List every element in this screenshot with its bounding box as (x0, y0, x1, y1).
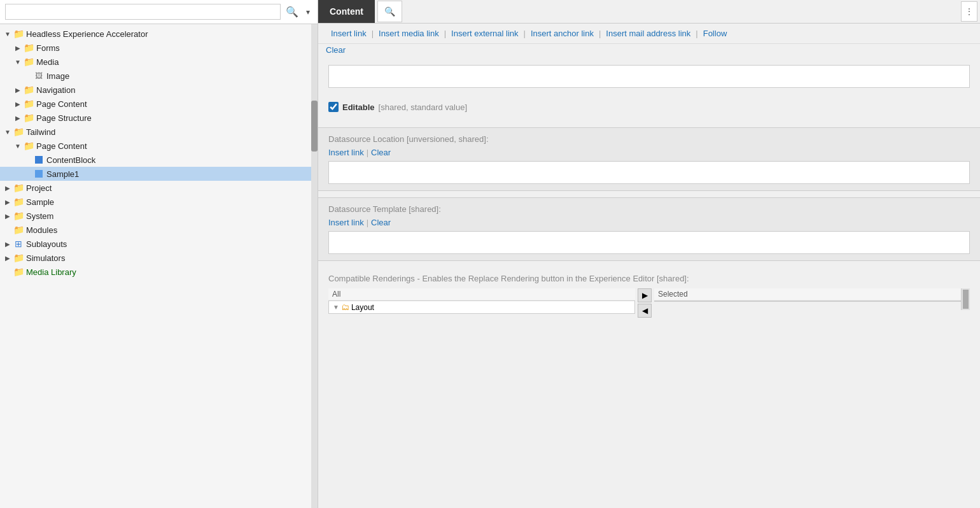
datasource-template-subtitle: [shared]: (409, 204, 441, 214)
editable-checkbox[interactable] (328, 102, 339, 112)
tree-item-media[interactable]: ▼📁Media (0, 55, 311, 69)
tree-item-simulators[interactable]: ▶📁Simulators (0, 251, 311, 265)
tree-label-medialibrary: Media Library (26, 267, 76, 277)
compat-selected-list[interactable] (654, 300, 961, 302)
tree-icon-media: 📁 (23, 57, 34, 67)
tree-item-navigation[interactable]: ▶📁Navigation (0, 83, 311, 97)
tree-toggle-pagecontent2[interactable]: ▼ (13, 143, 23, 150)
tree-toggle-sublayouts[interactable]: ▶ (3, 241, 13, 248)
clear-btn[interactable]: Clear (326, 45, 346, 55)
folder-icon-pagecontent2: 📁 (24, 141, 34, 151)
tree-toggle-navigation[interactable]: ▶ (13, 87, 23, 94)
compat-scrollbar[interactable] (961, 288, 970, 310)
tree-toggle-pagecontent1[interactable]: ▶ (13, 101, 23, 108)
tree-item-tailwind[interactable]: ▼📁Tailwind (0, 125, 311, 139)
tree-label-hxa: Headless Experience Accelerator (26, 29, 148, 39)
follow-btn[interactable]: Follow (698, 27, 732, 39)
tree-toggle-media[interactable]: ▼ (13, 59, 23, 66)
tree-icon-sample1 (33, 169, 45, 179)
insert-anchor-link-btn[interactable]: Insert anchor link (526, 27, 599, 39)
tree-item-pagestructure[interactable]: ▶📁Page Structure (0, 111, 311, 125)
tree-item-pagecontent1[interactable]: ▶📁Page Content (0, 97, 311, 111)
insert-external-link-btn[interactable]: Insert external link (446, 27, 524, 39)
tree-label-sample: Sample (26, 197, 54, 207)
ds-location-clear[interactable]: Clear (371, 148, 391, 157)
tree-label-navigation: Navigation (36, 85, 75, 95)
insert-media-link-btn[interactable]: Insert media link (374, 27, 444, 39)
search-input[interactable] (5, 4, 281, 20)
tree-item-hxa[interactable]: ▼📁Headless Experience Accelerator (0, 27, 311, 41)
right-panel: Content 🔍 ⋮ Insert link | Insert media l… (318, 0, 980, 508)
tab-content[interactable]: Content (318, 0, 375, 23)
compatible-renderings-section: Compatible Renderings - Enables the Repl… (318, 267, 980, 324)
tree-item-medialibrary[interactable]: 📁Media Library (0, 265, 311, 279)
tree-item-sample1[interactable]: Sample1 (0, 167, 311, 181)
datasource-template-title: Datasource Template [shared]: (328, 204, 970, 214)
insert-link-btn[interactable]: Insert link (326, 27, 372, 39)
tree-label-pagestructure: Page Structure (36, 113, 92, 123)
tree-item-contentblock[interactable]: ContentBlock (0, 153, 311, 167)
tree-icon-tailwind: 📁 (13, 127, 24, 137)
ds-location-insert-link[interactable]: Insert link (328, 148, 364, 157)
tree-toggle-simulators[interactable]: ▶ (3, 255, 13, 262)
tree-icon-navigation: 📁 (23, 85, 34, 95)
tree-icon-contentblock (33, 155, 45, 165)
dropdown-button[interactable]: ▾ (304, 6, 312, 18)
scrollbar-thumb (311, 101, 318, 152)
datasource-template-input[interactable] (328, 231, 970, 254)
ds-sep1: | (367, 148, 368, 157)
tree-item-sample[interactable]: ▶📁Sample (0, 195, 311, 209)
compat-layout-item[interactable]: ▼ 🗂 Layout (329, 301, 634, 313)
tree-icon-sample: 📁 (13, 197, 24, 207)
tree-icon-system: 📁 (13, 211, 24, 221)
tree-toggle-tailwind[interactable]: ▼ (3, 129, 13, 136)
tab-search-button[interactable]: 🔍 (377, 1, 402, 22)
tree-toggle-forms[interactable]: ▶ (13, 45, 23, 52)
tree-toggle-hxa[interactable]: ▼ (3, 31, 13, 38)
tab-options-button[interactable]: ⋮ (961, 1, 977, 22)
ds-template-clear[interactable]: Clear (371, 218, 391, 227)
compat-arrow-right[interactable]: ▶ (638, 288, 652, 302)
tree-item-project[interactable]: ▶📁Project (0, 181, 311, 195)
tree-item-system[interactable]: ▶📁System (0, 209, 311, 223)
datasource-location-section: Datasource Location [unversioned, shared… (318, 127, 980, 191)
simulators-icon-simulators: 📁 (13, 253, 24, 263)
tree-item-modules[interactable]: 📁Modules (0, 223, 311, 237)
tree-item-sublayouts[interactable]: ▶⊞Sublayouts (0, 237, 311, 251)
insert-mail-address-link-btn[interactable]: Insert mail address link (601, 27, 696, 39)
tree-label-image: Image (46, 71, 69, 81)
datasource-location-input[interactable] (328, 161, 970, 184)
tree-toggle-sample[interactable]: ▶ (3, 199, 13, 206)
datasource-location-label: Datasource Location (328, 134, 404, 144)
folder-icon-modules: 📁 (13, 225, 24, 235)
compat-all-list[interactable]: ▼ 🗂 Layout (328, 300, 635, 314)
datasource-template-label: Datasource Template (328, 204, 407, 214)
tree-label-contentblock: ContentBlock (46, 155, 95, 165)
tree-item-image[interactable]: 🖼Image (0, 69, 311, 83)
left-scrollbar[interactable] (311, 24, 318, 508)
tree-toggle-system[interactable]: ▶ (3, 213, 13, 220)
tree-container: ▼📁Headless Experience Accelerator▶📁Forms… (0, 24, 311, 508)
ds-template-insert-link[interactable]: Insert link (328, 218, 364, 227)
compat-layout-icon: 🗂 (341, 302, 349, 312)
tree-label-pagecontent1: Page Content (36, 99, 87, 109)
folder-icon-forms: 📁 (24, 43, 34, 53)
search-button[interactable]: 🔍 (283, 4, 301, 19)
first-text-input[interactable] (328, 65, 970, 88)
tree-toggle-project[interactable]: ▶ (3, 185, 13, 192)
tree-label-forms: Forms (36, 43, 60, 53)
compat-arrow-left[interactable]: ◀ (638, 304, 652, 318)
tree-label-system: System (26, 211, 53, 221)
content-area: Editable [shared, standard value] Dataso… (318, 59, 980, 508)
tree-label-modules: Modules (26, 225, 57, 235)
tree-item-forms[interactable]: ▶📁Forms (0, 41, 311, 55)
link-bar-row2: Clear (318, 44, 980, 59)
tree-toggle-pagestructure[interactable]: ▶ (13, 115, 23, 122)
tree-icon-sublayouts: ⊞ (13, 239, 24, 249)
tree-label-pagecontent2: Page Content (36, 141, 87, 151)
datasource-template-links: Insert link | Clear (328, 218, 970, 227)
tree-icon-pagecontent1: 📁 (23, 99, 34, 109)
tree-label-tailwind: Tailwind (26, 127, 55, 137)
folder-icon-media: 📁 (24, 57, 34, 67)
tree-item-pagecontent2[interactable]: ▼📁Page Content (0, 139, 311, 153)
